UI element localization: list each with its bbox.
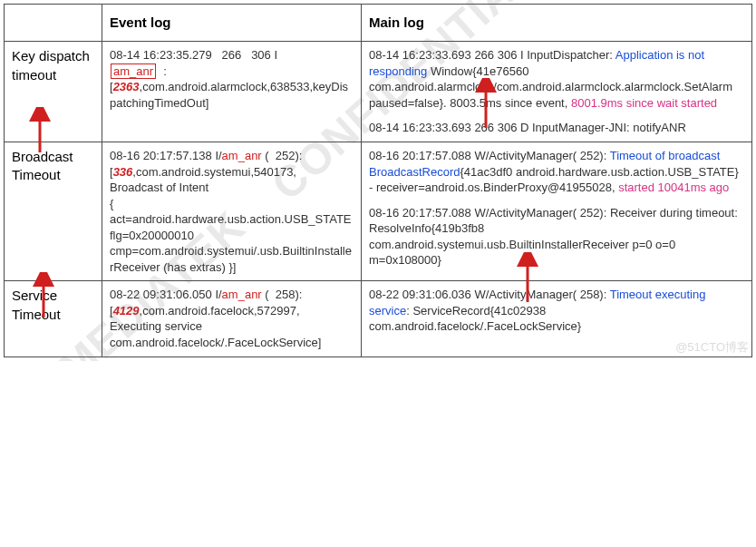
text: 08-14 16:23:33.693 266 306 D InputManage… bbox=[369, 121, 686, 134]
main-log-cell: 08-16 20:17:57.088 W/ActivityManager( 25… bbox=[362, 142, 752, 280]
am-anr-tag: am_anr bbox=[222, 149, 262, 162]
pid-value: 4129 bbox=[113, 304, 140, 317]
main-log-cell: 08-14 16:23:33.693 266 306 I InputDispat… bbox=[362, 42, 752, 142]
text: 08-22 09:31:06.036 W/ActivityManager( 25… bbox=[369, 288, 610, 301]
highlight-pink: started 10041ms ago bbox=[618, 181, 729, 194]
event-log-cell: 08-14 16:23:35.279 266 306 I am_anr : [2… bbox=[102, 42, 362, 142]
pid-value: 336 bbox=[113, 165, 133, 179]
highlight-pink: 8001.9ms since wait started bbox=[571, 96, 717, 110]
table-row: Key dispatch timeout 08-14 16:23:35.279 … bbox=[5, 42, 752, 142]
row-label: Key dispatch timeout bbox=[5, 42, 102, 142]
pid-value: 2363 bbox=[113, 80, 140, 93]
event-log-cell: 08-16 20:17:57.138 I/am_anr ( 252): [336… bbox=[102, 142, 362, 280]
text: 08-22 09:31:06.050 I/ bbox=[110, 288, 222, 301]
main-log-cell: 08-22 09:31:06.036 W/ActivityManager( 25… bbox=[362, 281, 752, 357]
am-anr-tag: am_anr bbox=[222, 288, 262, 301]
text: ,com.android.facelock,572997, Executing … bbox=[110, 304, 321, 349]
header-main-log: Main log bbox=[362, 5, 752, 42]
text: ,com.android.alarmclock,638533,keyDispat… bbox=[110, 80, 348, 110]
table-header-row: Event log Main log bbox=[5, 5, 752, 42]
text: 08-14 16:23:35.279 266 306 I bbox=[110, 48, 277, 62]
text: 08-16 20:17:57.088 W/ActivityManager( 25… bbox=[369, 206, 738, 268]
text: 08-16 20:17:57.138 I/ bbox=[110, 149, 222, 162]
am-anr-tag: am_anr bbox=[113, 64, 153, 78]
event-log-cell: 08-22 09:31:06.050 I/am_anr ( 258): [412… bbox=[102, 281, 362, 357]
table-row: Service Timeout 08-22 09:31:06.050 I/am_… bbox=[5, 281, 752, 357]
table-row: Broadcast Timeout 08-16 20:17:57.138 I/a… bbox=[5, 142, 752, 280]
text: 08-14 16:23:33.693 266 306 I InputDispat… bbox=[369, 48, 615, 62]
row-label: Service Timeout bbox=[5, 281, 102, 357]
row-label: Broadcast Timeout bbox=[5, 142, 102, 280]
text: ,com.android.systemui,540173, Broadcast … bbox=[110, 165, 354, 274]
log-table: Event log Main log Key dispatch timeout … bbox=[4, 4, 752, 357]
header-event-log: Event log bbox=[102, 5, 362, 42]
text: 08-16 20:17:57.088 W/ActivityManager( 25… bbox=[369, 149, 610, 162]
header-blank bbox=[5, 5, 102, 42]
